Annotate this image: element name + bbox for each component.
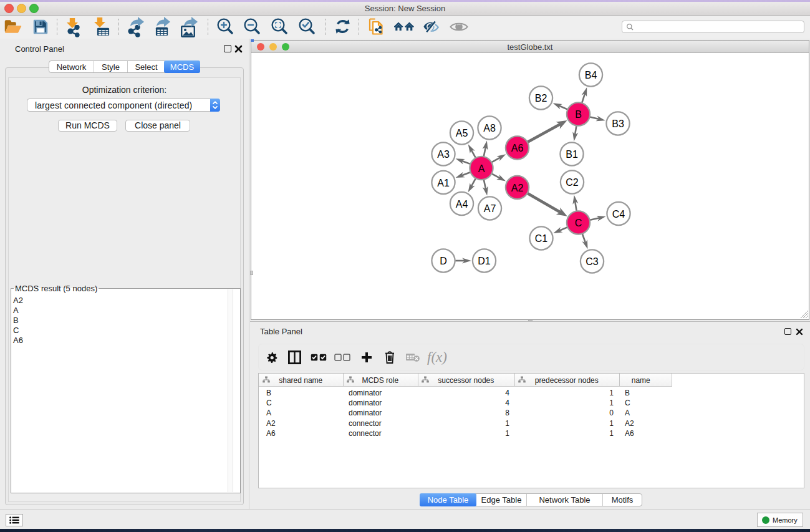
svg-text:D: D bbox=[440, 256, 447, 266]
svg-text:C: C bbox=[575, 218, 582, 228]
svg-text:D1: D1 bbox=[478, 256, 491, 266]
svg-text:C1: C1 bbox=[535, 233, 548, 244]
svg-text:A1: A1 bbox=[437, 178, 450, 188]
svg-text:C2: C2 bbox=[566, 177, 579, 188]
svg-text:B4: B4 bbox=[585, 70, 597, 80]
svg-text:A4: A4 bbox=[456, 199, 468, 210]
svg-text:A: A bbox=[478, 163, 485, 174]
svg-text:A6: A6 bbox=[511, 143, 524, 153]
svg-text:B2: B2 bbox=[535, 93, 547, 104]
svg-text:B1: B1 bbox=[566, 149, 578, 160]
svg-text:B3: B3 bbox=[612, 118, 624, 129]
svg-text:C3: C3 bbox=[586, 256, 599, 267]
svg-text:A2: A2 bbox=[511, 183, 524, 193]
svg-text:C4: C4 bbox=[612, 209, 625, 220]
svg-text:A8: A8 bbox=[483, 123, 496, 133]
svg-text:A3: A3 bbox=[437, 149, 450, 160]
svg-text:A7: A7 bbox=[484, 203, 496, 214]
svg-text:B: B bbox=[575, 109, 582, 120]
svg-text:A5: A5 bbox=[456, 128, 468, 138]
